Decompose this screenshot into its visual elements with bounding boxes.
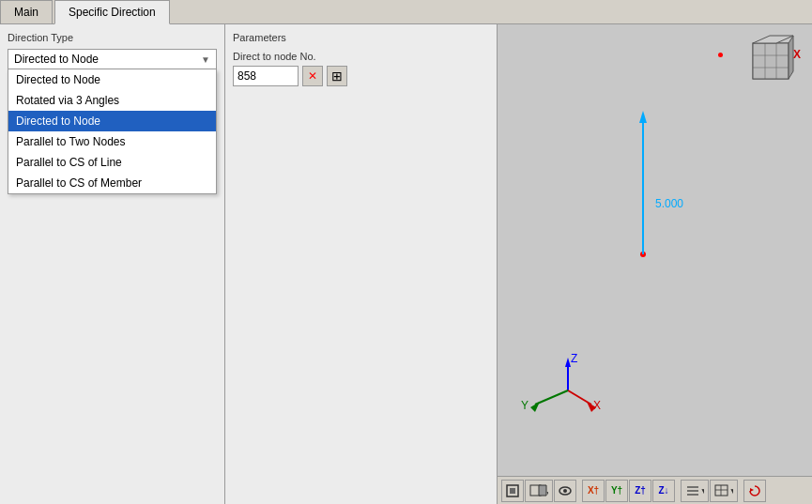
node-input-label: Direct to node No. <box>233 51 489 62</box>
toolbar-btn-y[interactable]: Y† <box>605 480 628 502</box>
right-panel: X Z X <box>498 24 812 504</box>
viewport-svg: Z X Y 5.000 <box>498 24 812 476</box>
svg-marker-11 <box>639 111 647 123</box>
node-number-input[interactable] <box>233 66 299 86</box>
clear-icon: ✕ <box>308 69 317 83</box>
svg-marker-19 <box>530 402 540 412</box>
tab-main[interactable]: Main <box>0 0 53 23</box>
svg-text:▼: ▼ <box>728 485 733 498</box>
toolbar-btn-rotate[interactable] <box>743 480 766 502</box>
svg-line-18 <box>535 390 568 405</box>
y-axis-icon: Y† <box>611 485 622 496</box>
dropdown-list: Directed to Node Rotated via 3 Angles Di… <box>8 69 217 194</box>
tab-bar: Main Specific Direction <box>0 0 812 24</box>
toolbar-btn-eye[interactable] <box>554 480 576 502</box>
chevron-down-icon: ▼ <box>201 54 210 65</box>
clear-button[interactable]: ✕ <box>302 66 323 86</box>
dropdown-selected[interactable]: Directed to Node ▼ <box>8 49 217 69</box>
middle-panel: Parameters Direct to node No. ✕ ⊞ <box>225 24 498 504</box>
direction-type-label: Direction Type <box>8 32 217 43</box>
dropdown-item-parallel-two-nodes[interactable]: Parallel to Two Nodes <box>8 131 216 152</box>
svg-marker-37 <box>750 488 754 492</box>
grid-icon: ⊞ <box>331 69 343 84</box>
dropdown-item-directed-to-node-2[interactable]: Directed to Node <box>8 111 216 131</box>
toolbar-btn-view[interactable]: ▼ <box>710 480 738 502</box>
svg-text:Y: Y <box>521 399 529 412</box>
svg-point-28 <box>563 489 567 493</box>
x-axis-icon: X† <box>588 485 599 496</box>
tab-specific-direction[interactable]: Specific Direction <box>54 0 170 24</box>
z-axis-icon: Z† <box>635 485 646 496</box>
dropdown-item-parallel-cs-member[interactable]: Parallel to CS of Member <box>8 173 216 193</box>
svg-text:5.000: 5.000 <box>655 197 683 210</box>
dropdown-item-rotated[interactable]: Rotated via 3 Angles <box>8 90 216 111</box>
svg-text:▼: ▼ <box>699 485 704 498</box>
parameters-label: Parameters <box>233 32 489 43</box>
bottom-toolbar: ▼ X† Y† Z† Z↓ <box>498 476 812 504</box>
svg-rect-33 <box>715 485 728 496</box>
dropdown-item-directed-to-node-1[interactable]: Directed to Node <box>8 69 216 90</box>
svg-rect-23 <box>510 488 515 494</box>
viewport: X Z X <box>498 24 812 476</box>
left-panel: Direction Type Directed to Node ▼ Direct… <box>0 24 225 504</box>
svg-text:Z: Z <box>571 352 577 365</box>
node-input-row: ✕ ⊞ <box>233 66 489 86</box>
toolbar-btn-2[interactable]: ▼ <box>525 480 553 502</box>
toolbar-btn-1[interactable] <box>501 480 524 502</box>
svg-text:▼: ▼ <box>544 488 548 498</box>
svg-text:X: X <box>593 399 601 412</box>
direction-type-dropdown[interactable]: Directed to Node ▼ Directed to Node Rota… <box>8 49 217 69</box>
z-down-icon: Z↓ <box>658 485 668 496</box>
toolbar-btn-x[interactable]: X† <box>582 480 605 502</box>
main-content: Direction Type Directed to Node ▼ Direct… <box>0 24 812 504</box>
toolbar-btn-z2[interactable]: Z↓ <box>652 480 675 502</box>
toolbar-btn-z[interactable]: Z† <box>629 480 651 502</box>
grid-button[interactable]: ⊞ <box>327 66 347 86</box>
toolbar-btn-layers[interactable]: ▼ <box>681 480 709 502</box>
dropdown-item-parallel-cs-line[interactable]: Parallel to CS of Line <box>8 152 216 173</box>
